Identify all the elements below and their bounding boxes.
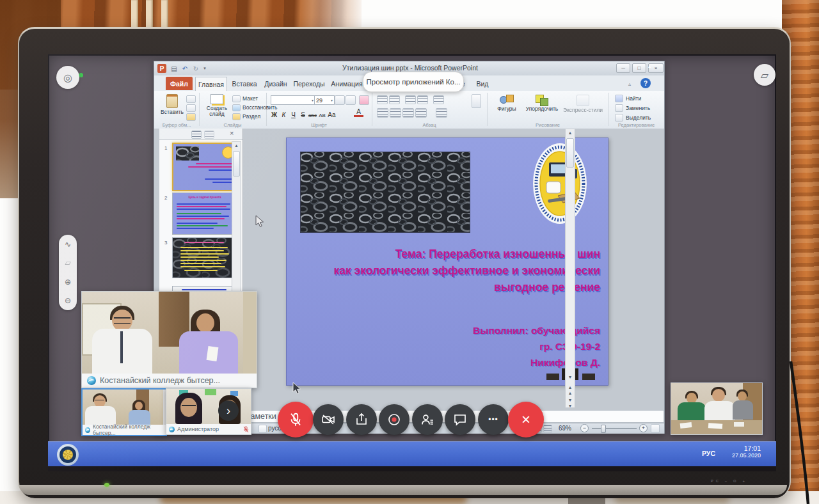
pen-icon[interactable]: ∿	[65, 240, 71, 249]
language-indicator[interactable]: РУС	[702, 450, 715, 457]
scroll-up-icon[interactable]: ▲	[232, 142, 241, 150]
help-icon[interactable]: ?	[640, 78, 651, 88]
save-icon[interactable]: ▤	[170, 64, 179, 73]
underline-button[interactable]: Ч	[289, 111, 298, 118]
grow-font-icon[interactable]	[335, 95, 345, 105]
quick-access-more-icon[interactable]: ▾	[202, 64, 208, 73]
decrease-indent-icon[interactable]	[405, 95, 416, 104]
scroll-up-icon[interactable]: ▲	[566, 129, 575, 137]
slides-tab-icon[interactable]	[191, 130, 202, 139]
tab-insert[interactable]: Вставка	[228, 78, 260, 90]
webex-main-video[interactable]: Костанайский колледж бытсер...	[81, 291, 257, 388]
tab-design[interactable]: Дизайн	[262, 78, 290, 90]
paste-button[interactable]: Вставить	[159, 93, 185, 122]
italic-button[interactable]: К	[279, 111, 289, 118]
find-button[interactable]: Найти	[615, 95, 641, 102]
cut-icon[interactable]	[186, 95, 196, 103]
slide-scrollbar[interactable]: ▲ ▼ ▲▲ ▼▼	[565, 129, 575, 408]
whiteboard-pointer-button[interactable]: ◎	[56, 66, 79, 89]
next-participants-button[interactable]: ›	[218, 400, 239, 421]
shrink-font-icon[interactable]	[346, 95, 356, 105]
camera-button[interactable]	[313, 404, 344, 435]
columns-icon[interactable]	[436, 108, 447, 118]
leave-meeting-button[interactable]: ×	[508, 402, 544, 437]
bold-button[interactable]: Ж	[269, 111, 279, 118]
collapse-ribbon-icon[interactable]: ▵	[625, 78, 634, 90]
previous-slide-icon[interactable]: ▲▲	[566, 384, 575, 396]
format-painter-icon[interactable]	[186, 113, 196, 121]
next-slide-icon[interactable]: ▼▼	[566, 397, 575, 409]
scroll-down-icon[interactable]: ▼	[566, 374, 575, 381]
start-button[interactable]	[57, 444, 79, 466]
text-direction-icon[interactable]	[472, 94, 481, 108]
char-spacing-button[interactable]: АВ	[317, 113, 327, 118]
slide-thumbnail-2[interactable]: Цель и задачи проекта	[172, 193, 237, 235]
zoom-slider-track[interactable]	[592, 428, 637, 429]
section-button[interactable]: Раздел	[232, 113, 260, 120]
slide-shape[interactable]	[582, 374, 595, 380]
slideshow-view-icon[interactable]	[543, 425, 552, 433]
numbering-icon[interactable]	[389, 95, 400, 104]
chat-button[interactable]	[445, 404, 475, 435]
tab-transitions[interactable]: Переходы	[291, 78, 327, 90]
zoom-out-icon[interactable]: ⊖	[65, 296, 71, 305]
minimize-button[interactable]: ─	[616, 63, 630, 73]
bezel-control-icons[interactable]: PC − ⊙ +	[671, 478, 747, 485]
font-name-combo[interactable]: ▾	[271, 95, 315, 105]
font-size-combo[interactable]: 29 ▾	[314, 95, 335, 105]
copy-icon[interactable]	[186, 104, 196, 112]
mute-button[interactable]	[278, 402, 314, 437]
thumbnail-scrollbar[interactable]: ▲	[232, 141, 241, 295]
whiteboard-shapes-button[interactable]: ▱	[754, 64, 775, 86]
spellcheck-icon[interactable]	[258, 425, 267, 433]
align-left-icon[interactable]	[377, 108, 388, 118]
align-center-icon[interactable]	[390, 108, 401, 118]
taskbar-clock[interactable]: 17:01 27.05.2020	[721, 445, 761, 459]
more-options-button[interactable]: •••	[478, 404, 509, 435]
strike-button[interactable]: S	[298, 111, 308, 118]
eraser-icon[interactable]: ▱	[65, 258, 70, 267]
undo-icon[interactable]: ↶	[180, 64, 189, 73]
quick-styles-button[interactable]: Экспресс-стили	[562, 93, 603, 122]
bullets-icon[interactable]	[377, 95, 388, 104]
zoom-in-icon[interactable]: ⊕	[65, 278, 71, 287]
line-spacing-icon[interactable]	[433, 95, 444, 104]
webex-video-thumb-1[interactable]: Костанайский колледж бытсер...	[81, 388, 167, 436]
shapes-button[interactable]: Фигуры	[492, 93, 521, 122]
tab-file[interactable]: Файл	[166, 77, 193, 90]
slide-thumbnail-1[interactable]	[172, 143, 239, 191]
tab-animations[interactable]: Анимация	[328, 78, 365, 90]
tab-home[interactable]: Главная	[195, 77, 227, 91]
scrollbar-thumb[interactable]	[566, 138, 574, 168]
participants-button[interactable]	[412, 404, 443, 435]
zoom-slider-thumb[interactable]	[601, 425, 606, 433]
slide-thumbnail-3[interactable]	[172, 237, 237, 278]
replace-button[interactable]: Заменить	[615, 104, 650, 112]
fit-to-window-icon[interactable]	[651, 424, 660, 433]
outline-tab-icon[interactable]	[204, 130, 214, 139]
zoom-out-button[interactable]: −	[580, 424, 589, 432]
font-color-button[interactable]: А	[354, 108, 363, 117]
layout-button[interactable]: Макет	[232, 95, 258, 102]
clear-format-icon[interactable]	[359, 95, 369, 105]
new-slide-button[interactable]: Создать слайд	[203, 93, 231, 122]
tray-hidden-icons[interactable]: ▴	[648, 63, 656, 69]
restore-button[interactable]: □	[632, 63, 646, 73]
increase-indent-icon[interactable]	[417, 95, 428, 104]
panel-close-icon[interactable]: ×	[230, 129, 234, 137]
slide-canvas[interactable]: Тема: Переработка изношенных шин как эко…	[286, 138, 608, 386]
scrollbar-thumb[interactable]	[233, 151, 240, 177]
select-button[interactable]: Выделить	[615, 114, 651, 122]
webex-video-bottom-right[interactable]	[671, 382, 763, 435]
tab-view[interactable]: Вид	[473, 78, 492, 90]
arrange-button[interactable]: Упорядочить	[524, 93, 560, 122]
align-right-icon[interactable]	[402, 108, 414, 118]
share-screen-button[interactable]	[346, 404, 377, 435]
abc-button[interactable]: abc	[308, 113, 317, 118]
slide-shape[interactable]	[546, 374, 559, 380]
zoom-in-button[interactable]: +	[639, 424, 648, 432]
justify-icon[interactable]	[415, 108, 427, 118]
redo-icon[interactable]: ↻	[191, 64, 200, 73]
record-button[interactable]	[379, 404, 410, 435]
change-case-button[interactable]: Аа	[327, 111, 337, 118]
